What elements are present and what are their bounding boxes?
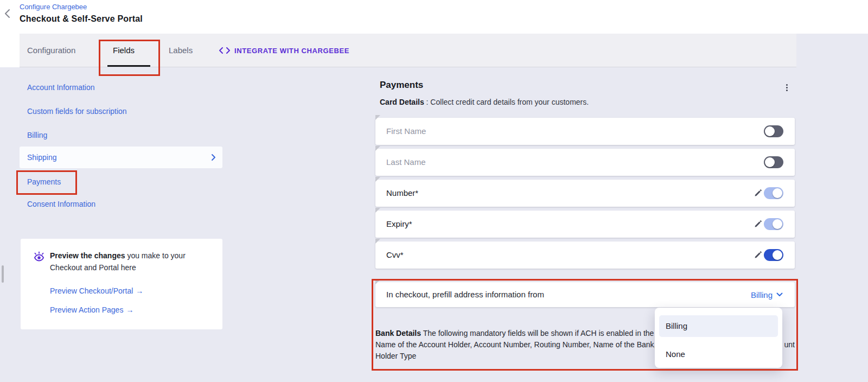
bank-details-line2-end: unt <box>784 339 795 351</box>
field-row-number: Number* <box>375 180 795 207</box>
pencil-icon[interactable] <box>754 251 762 259</box>
active-tab-underline <box>107 65 150 67</box>
chevron-down-icon <box>776 292 783 297</box>
field-row-last-name: Last Name <box>375 149 795 176</box>
app-header: Configure Chargebee Checkout & Self-Serv… <box>0 0 868 34</box>
sidebar-item-shipping[interactable]: Shipping <box>20 147 222 168</box>
integrate-with-chargebee-link[interactable]: INTEGRATE WITH CHARGEBEE <box>219 34 349 67</box>
field-toggle[interactable] <box>764 249 783 261</box>
code-brackets-icon <box>219 47 230 54</box>
toggle-knob <box>765 157 775 167</box>
preview-description-rest: you make to your <box>125 251 186 260</box>
prefill-select[interactable]: Billing <box>751 282 783 307</box>
section-subtitle-rest: : Collect credit card details from your … <box>424 98 589 106</box>
sidebar-item-payments[interactable]: Payments <box>27 177 61 186</box>
pencil-icon[interactable] <box>754 189 762 197</box>
field-label: Number* <box>386 180 418 207</box>
field-row-first-name: First Name <box>375 118 795 145</box>
sidebar-item-consent-information[interactable]: Consent Information <box>27 200 95 208</box>
tab-fields[interactable]: Fields <box>113 34 135 67</box>
section-title: Payments <box>380 80 423 91</box>
field-row-cvv: Cvv* <box>375 241 795 269</box>
field-label: First Name <box>386 118 426 145</box>
field-toggle[interactable] <box>764 125 783 137</box>
folded-corner-icon <box>375 239 380 244</box>
preview-description: Preview the changes you make to your Che… <box>50 250 213 273</box>
folded-corner-icon <box>375 279 380 284</box>
folded-corner-icon <box>375 115 380 120</box>
header-left-patch <box>0 34 20 67</box>
bank-details-bold: Bank Details <box>375 329 421 338</box>
preview-action-pages-link[interactable]: Preview Action Pages→ <box>50 305 133 314</box>
pencil-icon[interactable] <box>754 220 762 228</box>
folded-corner-icon <box>375 208 380 213</box>
prefill-address-row: In checkout, prefill address information… <box>375 282 795 307</box>
integrate-link-label: INTEGRATE WITH CHARGEBEE <box>234 47 349 55</box>
arrow-right-icon: → <box>126 305 133 314</box>
dropdown-option-billing[interactable]: Billing <box>659 315 778 337</box>
eye-icon <box>33 251 45 263</box>
sidebar-item-shipping-label: Shipping <box>27 153 57 162</box>
preview-card: Preview the changes you make to your Che… <box>21 239 222 329</box>
toggle-knob <box>773 219 782 229</box>
tab-bar: Configuration Fields Labels INTEGRATE WI… <box>20 34 796 67</box>
toggle-knob <box>765 126 775 136</box>
folded-corner-icon <box>375 146 380 151</box>
prefill-dropdown-menu: Billing None <box>655 308 782 368</box>
preview-checkout-portal-label: Preview Checkout/Portal <box>50 286 133 295</box>
toggle-knob <box>773 188 782 198</box>
dropdown-option-none[interactable]: None <box>666 343 774 365</box>
kebab-menu-icon[interactable] <box>783 84 790 94</box>
field-toggle[interactable] <box>764 187 783 199</box>
sidebar-item-billing[interactable]: Billing <box>27 131 47 139</box>
field-label: Last Name <box>386 149 426 176</box>
field-row-expiry: Expiry* <box>375 211 795 238</box>
breadcrumb[interactable]: Configure Chargebee <box>20 3 87 11</box>
chevron-right-icon <box>211 154 216 161</box>
preview-description-bold: Preview the changes <box>50 251 125 260</box>
toggle-knob <box>773 250 782 260</box>
field-toggle[interactable] <box>764 156 783 168</box>
preview-description-line2: Checkout and Portal here <box>50 263 136 272</box>
back-chevron-icon[interactable] <box>3 8 12 19</box>
prefill-label: In checkout, prefill address information… <box>386 282 544 307</box>
field-label: Expiry* <box>386 211 412 238</box>
folded-corner-icon <box>375 177 380 182</box>
sidebar-item-account-information[interactable]: Account Information <box>27 83 95 92</box>
section-subtitle-bold: Card Details <box>380 98 424 106</box>
sidebar-item-custom-fields[interactable]: Custom fields for subscription <box>27 107 127 116</box>
prefill-selected-value: Billing <box>751 290 773 300</box>
preview-action-pages-label: Preview Action Pages <box>50 305 123 314</box>
preview-checkout-portal-link[interactable]: Preview Checkout/Portal→ <box>50 286 143 295</box>
field-toggle[interactable] <box>764 218 783 230</box>
tab-labels[interactable]: Labels <box>169 34 193 67</box>
section-subtitle: Card Details : Collect credit card detai… <box>380 98 589 106</box>
page-title: Checkout & Self-Serve Portal <box>20 14 143 24</box>
tab-configuration[interactable]: Configuration <box>27 34 75 67</box>
field-label: Cvv* <box>386 241 404 269</box>
bank-details-line2-start: Name of the Account Holder, Account Numb… <box>375 339 620 351</box>
arrow-right-icon: → <box>136 286 143 295</box>
page-scrollbar[interactable] <box>2 265 4 283</box>
